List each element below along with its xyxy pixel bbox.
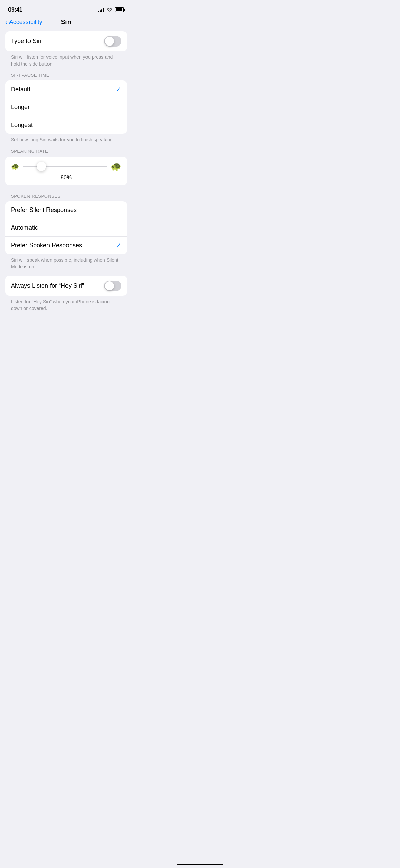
signal-icon xyxy=(98,8,104,12)
speaking-rate-header: SPEAKING RATE xyxy=(5,149,127,154)
pause-default-row[interactable]: Default ✓ xyxy=(5,80,127,98)
status-time: 09:41 xyxy=(8,6,22,13)
pause-time-footer: Set how long Siri waits for you to finis… xyxy=(5,134,127,143)
automatic-label: Automatic xyxy=(11,224,38,231)
content: Type to Siri Siri will listen for voice … xyxy=(0,31,132,312)
slider-value: 80% xyxy=(11,175,121,181)
prefer-silent-label: Prefer Silent Responses xyxy=(11,206,77,214)
always-listen-row[interactable]: Always Listen for “Hey Siri” xyxy=(5,276,127,296)
spoken-responses-footer: Siri will speak when possible, including… xyxy=(5,254,127,270)
speaking-rate-slider[interactable] xyxy=(23,162,107,171)
wifi-icon xyxy=(107,8,112,12)
nav-bar: ‹ Accessibility Siri xyxy=(0,17,132,31)
fast-turtle-icon: 🐢 xyxy=(111,161,121,172)
pause-longer-row[interactable]: Longer xyxy=(5,98,127,116)
type-to-siri-card: Type to Siri xyxy=(5,31,127,51)
slider-thumb[interactable] xyxy=(37,162,46,171)
always-listen-card: Always Listen for “Hey Siri” xyxy=(5,276,127,296)
prefer-spoken-check: ✓ xyxy=(116,241,121,250)
prefer-silent-row[interactable]: Prefer Silent Responses xyxy=(5,201,127,219)
type-to-siri-row[interactable]: Type to Siri xyxy=(5,31,127,51)
always-listen-toggle[interactable] xyxy=(104,281,121,291)
pause-default-label: Default xyxy=(11,86,30,93)
slider-track xyxy=(23,166,107,167)
pause-default-check: ✓ xyxy=(116,85,121,93)
type-to-siri-label: Type to Siri xyxy=(11,38,41,45)
pause-longest-row[interactable]: Longest xyxy=(5,116,127,134)
automatic-row[interactable]: Automatic xyxy=(5,219,127,237)
nav-title: Siri xyxy=(61,18,72,26)
always-listen-footer: Listen for “Hey Siri” when your iPhone i… xyxy=(5,296,127,312)
pause-time-card: Default ✓ Longer Longest xyxy=(5,80,127,134)
toggle-thumb xyxy=(105,37,114,46)
slider-row: 🐢 🐢 xyxy=(11,161,121,172)
type-to-siri-footer: Siri will listen for voice input when yo… xyxy=(5,51,127,67)
battery-icon xyxy=(115,7,124,12)
prefer-spoken-label: Prefer Spoken Responses xyxy=(11,242,82,249)
back-chevron-icon: ‹ xyxy=(5,19,8,25)
spoken-responses-card: Prefer Silent Responses Automatic Prefer… xyxy=(5,201,127,254)
speaking-rate-card: 🐢 🐢 80% xyxy=(5,157,127,185)
status-bar: 09:41 xyxy=(0,0,132,17)
pause-longer-label: Longer xyxy=(11,104,30,111)
status-icons xyxy=(98,7,124,12)
prefer-spoken-row[interactable]: Prefer Spoken Responses ✓ xyxy=(5,237,127,254)
slow-turtle-icon: 🐢 xyxy=(11,162,19,170)
back-button[interactable]: ‹ Accessibility xyxy=(5,19,42,26)
back-label: Accessibility xyxy=(9,19,42,26)
always-listen-label: Always Listen for “Hey Siri” xyxy=(11,282,84,289)
type-to-siri-toggle[interactable] xyxy=(104,36,121,47)
always-listen-section: Always Listen for “Hey Siri” Listen for … xyxy=(5,276,127,312)
pause-time-header: SIRI PAUSE TIME xyxy=(5,73,127,78)
pause-longest-label: Longest xyxy=(11,122,33,129)
spoken-responses-header: SPOKEN RESPONSES xyxy=(5,194,127,199)
always-listen-toggle-thumb xyxy=(105,281,114,290)
